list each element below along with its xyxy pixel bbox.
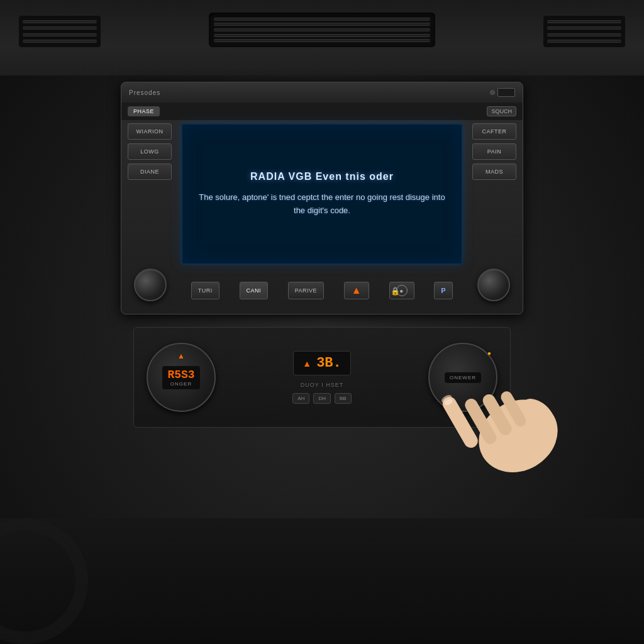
side-button-pain[interactable]: PAIN [472, 143, 516, 160]
climate-temp-display-left: R5S3 ONGER [162, 366, 199, 389]
tuner-knob-right[interactable] [477, 269, 510, 301]
source-bar: PHASE SQUCH [121, 103, 523, 120]
climate-center-warning-icon: ▲ [303, 358, 311, 369]
vent-top-center [209, 13, 435, 47]
climate-center-display: ▲ 3B. DUOY I HSET AH DH BB [225, 351, 419, 404]
vent-slat [23, 20, 97, 23]
climate-right-label-display: ONEWER [445, 372, 481, 383]
climate-ctrl-btn-3[interactable]: BB [335, 393, 352, 404]
volume-knob-left[interactable] [134, 269, 167, 301]
climate-right-indicator-icon: ● [487, 350, 491, 357]
vent-slat [547, 40, 621, 43]
dashboard-bottom-panel [0, 518, 644, 644]
head-unit-indicator [497, 88, 515, 97]
head-unit-label: Presodes [129, 89, 160, 96]
vent-right [543, 16, 625, 47]
side-button-lowg[interactable]: LOWG [128, 143, 172, 160]
warning-triangle-icon [351, 286, 362, 296]
vent-slat [547, 33, 621, 36]
side-button-diane[interactable]: DIANE [128, 164, 172, 180]
vent-slat [214, 18, 430, 21]
bottom-button-row: TURI CANI PARIVE ● P 🔒 [181, 279, 463, 303]
p-parking-icon: P [441, 287, 446, 294]
source-button-squch[interactable]: SQUCH [487, 106, 516, 116]
vent-slat [214, 23, 430, 26]
climate-ctrl-btn-2[interactable]: DH [313, 393, 331, 404]
vent-slat [23, 33, 97, 36]
screen-body: The solure, aptone' is tned ceptct the e… [197, 191, 447, 218]
head-unit-top-bar: Presodes [121, 82, 523, 103]
vent-slat [214, 39, 430, 42]
car-dashboard-scene: Presodes PHASE SQUCH WIARION LOWG DIANE … [0, 0, 644, 644]
vent-left [19, 16, 101, 47]
source-bar-right: SQUCH [487, 106, 516, 116]
indicator-dot [490, 90, 495, 95]
climate-dial-right[interactable]: ● ONEWER [428, 343, 497, 412]
left-button-group: WIARION LOWG DIANE [128, 123, 172, 180]
vent-slat [547, 20, 621, 23]
climate-center-temp-display: ▲ 3B. [293, 351, 350, 375]
climate-controls-row: AH DH BB [292, 393, 351, 404]
right-button-group: CAFTER PAIN MADS [472, 123, 516, 180]
side-button-cafter[interactable]: CAFTER [472, 123, 516, 140]
bottom-button-turi[interactable]: TURI [191, 282, 219, 299]
climate-center-label: DUOY I HSET [301, 382, 343, 388]
climate-temp-value-left: R5S3 [167, 369, 194, 381]
bottom-button-parive[interactable]: PARIVE [288, 282, 324, 299]
side-button-mads[interactable]: MADS [472, 164, 516, 180]
climate-warning-icon-left: ▲ [177, 352, 185, 360]
lock-indicator: 🔒 [391, 285, 400, 296]
climate-dial-left[interactable]: ▲ R5S3 ONGER [147, 343, 216, 412]
climate-dial-bg-left: ▲ R5S3 ONGER [147, 343, 216, 412]
lock-icon: 🔒 [391, 287, 400, 296]
head-unit: Presodes PHASE SQUCH WIARION LOWG DIANE … [121, 82, 523, 314]
vent-slat [214, 34, 430, 37]
climate-right-label: ONEWER [450, 375, 476, 380]
main-display-screen: RADIA VGB Even tnis oder The solure, apt… [181, 123, 463, 265]
vent-slat [214, 28, 430, 31]
climate-ctrl-btn-1[interactable]: AH [292, 393, 309, 404]
vent-slat [23, 26, 97, 30]
bottom-button-warning[interactable] [344, 282, 369, 299]
climate-label-left: ONGER [167, 381, 194, 387]
climate-control-panel: ▲ R5S3 ONGER ▲ 3B. DUOY I HSET AH DH BB [133, 327, 511, 428]
bottom-button-cani[interactable]: CANI [240, 282, 269, 299]
climate-center-temp-value: 3B. [316, 355, 341, 371]
source-button-phase[interactable]: PHASE [128, 106, 160, 116]
thumb [516, 393, 560, 435]
side-button-wiarion[interactable]: WIARION [128, 123, 172, 140]
climate-dial-bg-right: ● ONEWER [428, 343, 497, 412]
vent-slat [547, 26, 621, 30]
screen-title: RADIA VGB Even tnis oder [250, 171, 394, 182]
bottom-button-p[interactable]: P [434, 282, 453, 299]
vent-slat [23, 40, 97, 43]
